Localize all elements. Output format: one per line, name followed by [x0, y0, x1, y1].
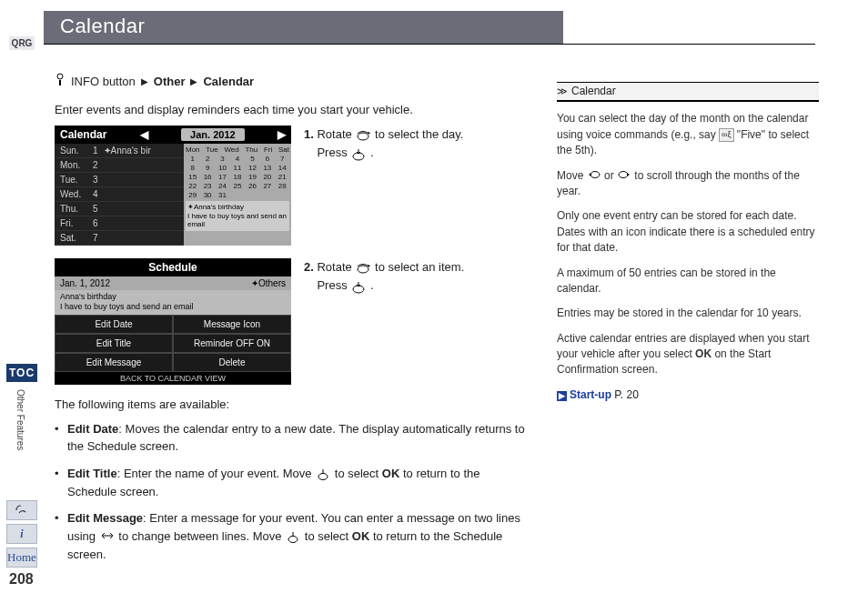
press-dial-icon [350, 145, 367, 163]
list-item: Mon. [60, 160, 87, 170]
list-item: 1 [93, 146, 98, 156]
svg-point-2 [358, 133, 368, 140]
page-title: Calendar [44, 11, 563, 44]
shot1-mini-calendar: Mon Tue Wed Thu Fri Sat 1234567891011121… [184, 144, 291, 246]
cal-day: 22 [186, 182, 199, 190]
bullet-text: to select [331, 467, 382, 480]
available-intro: The following items are available: [55, 397, 528, 411]
svg-point-6 [318, 473, 328, 479]
breadcrumb-other: Other [154, 75, 186, 88]
home-button[interactable]: Home [6, 548, 37, 568]
shot2-btn-edit-date: Edit Date [55, 315, 173, 334]
voice-cmd-icon: ∞ξ [719, 128, 733, 142]
joystick-icon [99, 528, 116, 547]
cal-day: 24 [216, 182, 229, 190]
step-number: 2. [304, 260, 314, 274]
bullet-label: Edit Title [67, 467, 117, 480]
side-p5: Entries may be stored in the calendar fo… [557, 306, 819, 321]
shot2-ev-body: I have to buy toys and send an email [60, 302, 286, 312]
bullet-edit-message: Edit Message: Enter a message for your e… [67, 509, 528, 563]
side-text: Move [557, 169, 587, 182]
section-label: Other Features [15, 389, 25, 450]
rotate-dial-icon [355, 259, 371, 277]
svg-point-0 [57, 74, 63, 79]
bullet-text: to change between lines. Move [116, 529, 285, 543]
screenshot-schedule: Schedule Jan. 1, 2012 ✦Others Anna's bir… [55, 258, 291, 385]
side-p1: You can select the day of the month on t… [557, 111, 819, 158]
list-item: Thu. [60, 204, 87, 214]
page-number: 208 [9, 571, 34, 588]
bullet-edit-title: Edit Title: Enter the name of your event… [67, 465, 528, 501]
cal-day: 8 [186, 164, 199, 172]
cal-day: 23 [200, 182, 214, 190]
step-text: Press [317, 146, 350, 159]
side-p2: Move or to scroll through the months of … [557, 168, 819, 200]
cross-ref-link[interactable]: ▶Start-up P. 20 [557, 387, 819, 403]
shot1-month: Jan. 2012 [181, 128, 245, 141]
cal-day [246, 191, 259, 199]
cal-day: 11 [230, 164, 244, 172]
shot2-btn-reminder: Reminder OFF ON [173, 334, 291, 353]
cal-day: 30 [200, 191, 214, 199]
breadcrumb-calendar: Calendar [203, 75, 254, 88]
side-header-title: Calendar [571, 84, 616, 99]
side-header-icon: ≫ [557, 85, 568, 99]
bullet-edit-date: Edit Date: Moves the calendar entry to a… [67, 420, 528, 456]
ok-label: OK [382, 467, 400, 480]
cal-day [230, 191, 244, 199]
svg-point-9 [619, 171, 628, 177]
cal-day: 26 [246, 182, 259, 190]
svg-point-8 [590, 171, 600, 177]
cal-day: 17 [216, 173, 229, 181]
cal-day: 27 [260, 182, 274, 190]
cal-day: 5 [246, 155, 259, 163]
press-dial-icon [350, 277, 367, 296]
step-text: . [370, 278, 374, 292]
breadcrumb-info: INFO button [71, 75, 136, 88]
move-dial-icon [315, 465, 331, 483]
cal-day: 12 [246, 164, 259, 172]
page-header: Calendar [44, 11, 563, 44]
cal-day: 1 [186, 155, 199, 163]
screenshot-calendar: Calendar ◀ Jan. 2012 ▶ Sun.1✦Anna's bir … [55, 126, 291, 246]
list-item: Fri. [60, 218, 87, 228]
step-1-text: 1. Rotate to select the day. Press . [304, 126, 528, 163]
bullet-label: Edit Date [67, 422, 118, 436]
shot1-title: Calendar [60, 128, 106, 141]
voice-icon[interactable] [6, 500, 37, 520]
info-icon-button[interactable]: i [6, 524, 37, 544]
cal-day: 31 [216, 191, 229, 199]
side-text: or [601, 169, 617, 182]
qrg-badge[interactable]: QRG [9, 36, 35, 50]
intro-text: Enter events and display reminders each … [55, 103, 528, 116]
rotate-dial-icon [355, 126, 371, 145]
cal-day: 4 [230, 155, 244, 163]
dial-left-icon [587, 169, 601, 182]
shot2-btn-edit-title: Edit Title [55, 334, 173, 353]
info-glyph-icon [55, 73, 66, 90]
list-item: 5 [93, 204, 98, 214]
shot2-title: Schedule [148, 261, 197, 274]
step-2-row: Schedule Jan. 1, 2012 ✦Others Anna's bir… [55, 258, 528, 385]
list-item: 3 [93, 175, 98, 185]
step-text: Rotate [317, 260, 355, 274]
step-number: 1. [304, 127, 314, 141]
cal-day: 16 [200, 173, 214, 181]
shot2-btn-message-icon: Message Icon [173, 315, 291, 334]
breadcrumb: INFO button ▶ Other ▶ Calendar [55, 73, 528, 90]
link-icon: ▶ [557, 391, 567, 401]
shot2-btn-delete: Delete [173, 353, 291, 372]
bullet-text: : Enter the name of your event. Move [117, 467, 316, 480]
cal-day: 15 [186, 173, 199, 181]
list-item: Wed. [60, 189, 87, 199]
cal-day: 20 [260, 173, 274, 181]
svg-rect-1 [59, 80, 61, 85]
dow: Sat [278, 146, 289, 154]
cal-day: 14 [276, 164, 289, 172]
ok-label: OK [352, 529, 370, 543]
shot2-btn-edit-message: Edit Message [55, 353, 173, 372]
toc-badge[interactable]: TOC [6, 364, 37, 382]
shot1-day-list: Sun.1✦Anna's bir Mon.2 Tue.3 Wed.4 Thu.5… [55, 144, 184, 246]
step-text: to select the day. [375, 127, 463, 141]
cal-day: 28 [276, 182, 289, 190]
